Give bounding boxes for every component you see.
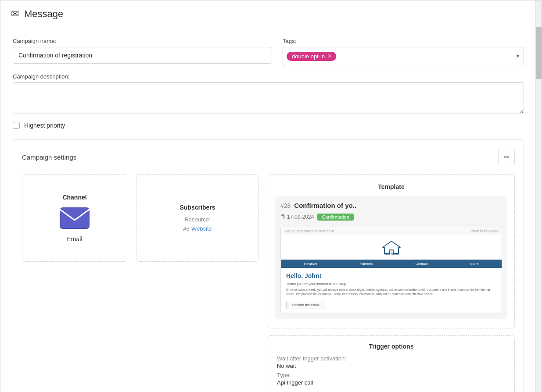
email-body: Hello, John! Thank you for your interest… <box>281 268 502 314</box>
trigger-wait-value: No wait <box>277 363 506 369</box>
resource-link[interactable]: Website <box>191 225 212 232</box>
template-preview: #28 Confirmation of yo.. 🗍 17-09-2024 Co… <box>275 196 507 319</box>
description-group: Campaign description: <box>13 73 524 114</box>
email-preview-box: Put your promotion text here View in bro… <box>280 227 502 314</box>
highest-priority-checkbox[interactable] <box>13 122 20 129</box>
campaign-name-group: Campaign name: <box>13 38 272 64</box>
header: ✉ Message <box>0 0 542 27</box>
subscribers-content: Resource: #6 Website <box>183 216 212 232</box>
promo-right: View in browser <box>470 229 498 233</box>
tags-input[interactable]: double opt-in ✕ ▾ <box>283 47 524 65</box>
cards-row: Channel Email Subscribers Resource: <box>22 174 515 392</box>
email-thank-you: Thank you for your interest in our blog! <box>286 282 496 286</box>
tag-label: double opt-in <box>292 53 325 60</box>
template-preview-header: #28 Confirmation of yo.. <box>280 202 502 209</box>
trigger-wait-label: Wait after trigger activation: <box>277 355 506 362</box>
template-card: Template #28 Confirmation of yo.. 🗍 17-0… <box>268 174 515 328</box>
priority-row: Highest priority <box>13 122 524 129</box>
email-promo-bar: Put your promotion text here View in bro… <box>281 227 502 235</box>
resource-ref-row: #6 Website <box>183 225 212 232</box>
nav-contact: Contact <box>416 262 428 266</box>
smart-home-logo: SMART HOME <box>379 239 404 255</box>
template-number: #28 <box>280 202 291 209</box>
main-container: ✉ Message Campaign name: Tags: double op… <box>0 0 542 392</box>
email-nav-bar: Reviews Partners Contact Store <box>281 260 502 268</box>
tag-close-icon[interactable]: ✕ <box>327 53 332 59</box>
campaign-name-label: Campaign name: <box>13 38 272 44</box>
template-meta: 🗍 17-09-2024 Confirmation <box>280 214 502 221</box>
channel-title: Channel <box>62 194 86 201</box>
tag-double-opt-in[interactable]: double opt-in ✕ <box>287 52 336 61</box>
right-column: Template #28 Confirmation of yo.. 🗍 17-0… <box>268 174 515 392</box>
tags-dropdown-icon[interactable]: ▾ <box>517 53 519 59</box>
trigger-type-value: Api trigger call <box>277 379 506 386</box>
trigger-card: Trigger options Wait after trigger activ… <box>268 335 515 392</box>
template-name: Confirmation of yo.. <box>294 202 356 209</box>
description-textarea[interactable] <box>13 82 524 114</box>
subscribers-title: Subscribers <box>180 204 215 211</box>
calendar-icon: 🗍 <box>280 214 286 220</box>
svg-rect-0 <box>60 208 89 228</box>
tags-group: Tags: double opt-in ✕ ▾ <box>283 38 524 65</box>
edit-settings-button[interactable]: ✏ <box>498 149 515 165</box>
nav-partners: Partners <box>360 262 373 266</box>
template-badge: Confirmation <box>317 214 353 221</box>
email-channel-icon <box>59 206 90 230</box>
email-greeting: Hello, John! <box>286 272 496 279</box>
trigger-type-label: Type: <box>277 372 506 378</box>
campaign-name-input[interactable] <box>13 47 272 64</box>
email-logo-area: SMART HOME <box>281 235 502 260</box>
nav-reviews: Reviews <box>304 262 317 266</box>
email-confirm-button: Confirm the email <box>286 301 325 309</box>
scrollbar[interactable] <box>535 0 542 392</box>
description-label: Campaign description: <box>13 73 524 80</box>
trigger-title: Trigger options <box>277 343 506 350</box>
email-icon-wrap <box>59 206 90 230</box>
message-icon: ✉ <box>11 8 19 20</box>
name-tags-row: Campaign name: Tags: double opt-in ✕ ▾ <box>13 38 524 65</box>
promo-left: Put your promotion text here <box>284 229 334 233</box>
email-description: Once or twice a week, you will receive e… <box>286 288 496 296</box>
channel-card: Channel Email <box>22 174 127 262</box>
page-title: Message <box>24 8 63 20</box>
template-title: Template <box>275 183 507 190</box>
settings-header: Campaign settings ✏ <box>22 149 515 165</box>
subscribers-card: Subscribers Resource: #6 Website <box>136 174 259 262</box>
campaign-settings-box: Campaign settings ✏ Channel Email <box>13 139 524 392</box>
content-area: Campaign name: Tags: double opt-in ✕ ▾ C… <box>0 27 542 392</box>
resource-label: Resource: <box>183 216 212 223</box>
nav-store: Store <box>470 262 478 266</box>
scrollbar-thumb[interactable] <box>536 27 542 79</box>
highest-priority-label: Highest priority <box>24 122 65 129</box>
edit-icon: ✏ <box>504 153 510 161</box>
tags-label: Tags: <box>283 38 524 44</box>
svg-text:SMART HOME: SMART HOME <box>384 253 399 255</box>
resource-ref: #6 <box>183 225 189 232</box>
settings-title: Campaign settings <box>22 153 76 161</box>
template-date: 🗍 17-09-2024 <box>280 214 314 220</box>
channel-type-label: Email <box>67 235 82 242</box>
